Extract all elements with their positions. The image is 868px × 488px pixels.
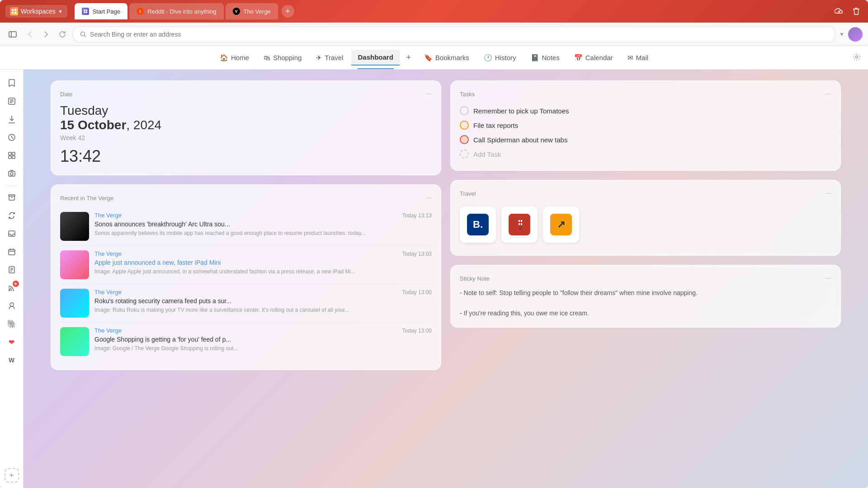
news-time-3: Today 13:00	[402, 289, 432, 296]
user-avatar[interactable]	[848, 27, 863, 42]
svg-rect-22	[9, 156, 11, 159]
date-card-menu[interactable]: ···	[426, 90, 432, 98]
search-bar[interactable]	[72, 26, 835, 42]
svg-point-13	[856, 56, 858, 58]
news-time-1: Today 13:13	[402, 212, 432, 219]
address-dropdown-icon[interactable]: ▼	[839, 31, 844, 38]
sidebar-item-reader[interactable]	[4, 93, 20, 109]
news-title-3: Roku's rotating security camera feed put…	[94, 297, 432, 305]
calendar-nav-icon: 📅	[574, 54, 583, 62]
sidebar-item-feed[interactable]	[4, 280, 20, 296]
bookmarks-nav-icon: 🔖	[424, 54, 433, 62]
task-checkbox-2[interactable]	[460, 121, 469, 130]
news-item-4[interactable]: The Verge Today 13:00 Google Shopping is…	[60, 323, 432, 361]
sidebar-item-notes-side[interactable]	[4, 262, 20, 278]
tab-verge-label: The Verge	[244, 8, 271, 15]
notes-nav-icon: 📓	[531, 54, 539, 62]
tab-start-page[interactable]: Start Page	[75, 3, 127, 19]
sticky-note-menu[interactable]: ···	[826, 274, 831, 282]
task-item-2[interactable]: File tax reports	[460, 118, 831, 132]
sidebar-item-pocket[interactable]: ❤	[4, 334, 20, 350]
nav-history[interactable]: 🕐 History	[477, 50, 523, 66]
sticky-note-text[interactable]: - Note to self: Stop telling people to "…	[460, 288, 831, 318]
new-tab-button[interactable]: +	[282, 5, 294, 18]
workspaces-label: Workspaces	[21, 8, 56, 15]
tasks-card-title: Tasks	[460, 91, 475, 98]
sidebar-item-wikipedia[interactable]: W	[4, 352, 20, 368]
nav-travel[interactable]: ✈ Travel	[310, 50, 349, 66]
forward-button[interactable]	[40, 28, 52, 41]
task-checkbox-3[interactable]	[460, 135, 469, 144]
search-input[interactable]	[90, 31, 828, 38]
news-desc-4: Image: Google / The Verge Google Shoppin…	[94, 345, 432, 352]
sidebar-item-bookmarks[interactable]	[4, 75, 20, 91]
mail-nav-icon: ✉	[627, 54, 633, 62]
svg-rect-20	[9, 152, 11, 155]
sidebar-item-history[interactable]	[4, 129, 20, 145]
title-bar: Workspaces ▼ Start Page r Reddit - Dive …	[0, 0, 868, 23]
svg-rect-26	[9, 195, 15, 196]
sidebar-item-collections[interactable]	[4, 147, 20, 164]
news-source-2: The Verge	[94, 250, 122, 257]
sidebar-toggle-button[interactable]	[5, 27, 20, 42]
news-time-2: Today 13:03	[402, 251, 432, 257]
sidebar-item-sync[interactable]	[4, 207, 20, 224]
svg-rect-9	[9, 32, 16, 37]
sidebar-add-button[interactable]: +	[5, 468, 19, 483]
sidebar-item-inbox[interactable]	[4, 225, 20, 242]
cloud-icon[interactable]	[833, 5, 845, 18]
add-task-circle-icon	[460, 150, 469, 159]
tab-reddit-label: Reddit - Dive into anything	[147, 8, 216, 15]
sidebar-item-archive[interactable]	[4, 189, 20, 206]
sidebar: 🐘 ❤ W +	[0, 70, 24, 488]
recent-news-header: Recent in The Verge ···	[60, 194, 432, 202]
travel-arrow-icon[interactable]: ↗	[543, 206, 579, 243]
nav-shopping[interactable]: 🛍 Shopping	[257, 50, 308, 65]
refresh-button[interactable]	[56, 28, 69, 41]
sidebar-item-profile[interactable]	[4, 298, 20, 314]
recent-news-menu[interactable]: ···	[426, 194, 432, 202]
sidebar-item-calendar[interactable]	[4, 244, 20, 260]
back-button[interactable]	[24, 28, 36, 41]
recent-news-title: Recent in The Verge	[60, 195, 113, 202]
sidebar-item-snapshot[interactable]	[4, 165, 20, 182]
nav-bookmarks[interactable]: 🔖 Bookmarks	[418, 50, 476, 66]
travel-booking-icon[interactable]: B.	[460, 206, 496, 243]
travel-card-header: Travel ···	[460, 189, 831, 197]
tasks-card-menu[interactable]: ···	[826, 90, 831, 98]
workspaces-button[interactable]: Workspaces ▼	[5, 5, 67, 18]
nav-home[interactable]: 🏠 Home	[213, 50, 255, 66]
tab-verge[interactable]: V The Verge	[226, 3, 278, 19]
svg-rect-7	[85, 12, 87, 14]
nav-home-label: Home	[231, 54, 249, 61]
svg-rect-6	[84, 12, 85, 14]
news-item-3[interactable]: The Verge Today 13:00 Roku's rotating se…	[60, 284, 432, 323]
sticky-line-2: - If you're reading this, you owe me ice…	[460, 308, 831, 318]
travel-hotels-icon[interactable]	[501, 206, 538, 243]
news-item-2[interactable]: The Verge Today 13:03 Apple just announc…	[60, 246, 432, 284]
nav-history-label: History	[495, 54, 516, 61]
task-item-1[interactable]: Remember to pick up Tomatoes	[460, 103, 831, 118]
trash-icon[interactable]	[850, 5, 863, 18]
task-checkbox-1[interactable]	[460, 106, 469, 115]
news-item-1[interactable]: The Verge Today 13:13 Sonos announces 'b…	[60, 207, 432, 246]
nav-add-button[interactable]: +	[401, 51, 416, 65]
nav-mail-label: Mail	[636, 54, 649, 61]
news-time-4: Today 13:00	[402, 328, 432, 334]
news-content-3: The Verge Today 13:00 Roku's rotating se…	[94, 289, 432, 318]
sidebar-item-downloads[interactable]	[4, 111, 20, 127]
add-task-button[interactable]: Add Task	[460, 147, 831, 161]
nav-notes[interactable]: 📓 Notes	[524, 50, 566, 66]
nav-settings-icon[interactable]	[853, 53, 861, 63]
task-item-3[interactable]: Call Spiderman about new tabs	[460, 132, 831, 147]
travel-card-menu[interactable]: ···	[826, 189, 831, 197]
nav-calendar[interactable]: 📅 Calendar	[568, 50, 619, 66]
task-text-3: Call Spiderman about new tabs	[473, 136, 567, 144]
home-icon: 🏠	[220, 54, 228, 62]
nav-mail[interactable]: ✉ Mail	[621, 50, 655, 66]
sidebar-item-mastodon[interactable]: 🐘	[4, 316, 20, 332]
nav-dashboard[interactable]: Dashboard	[351, 50, 399, 66]
news-title-1: Sonos announces 'breakthrough' Arc Ultra…	[94, 220, 432, 228]
tab-reddit[interactable]: r Reddit - Dive into anything	[129, 3, 223, 19]
news-thumb-4	[60, 327, 89, 356]
